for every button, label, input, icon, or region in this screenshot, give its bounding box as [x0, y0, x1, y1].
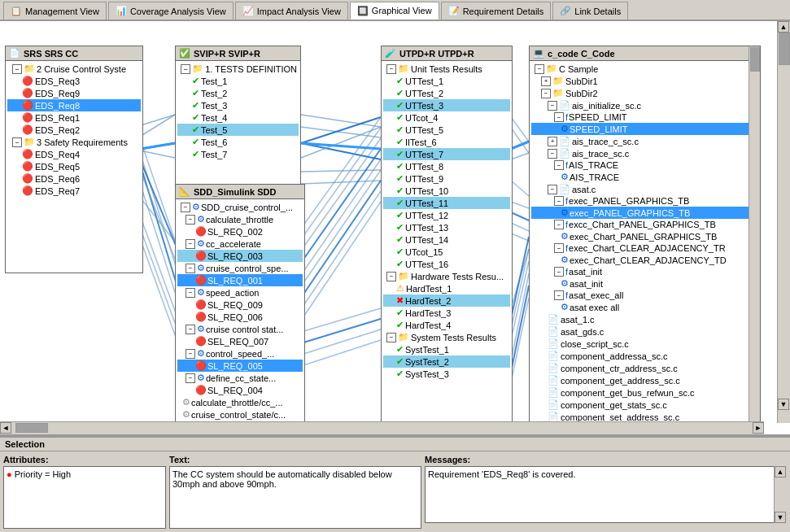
tree-item[interactable]: − 📁 Hardware Tests Resu... [383, 270, 510, 282]
tree-item[interactable]: ⚙ exec_Chart_CLEAR_ADJACENCY_TD [531, 254, 758, 266]
expander-icon[interactable]: − [181, 203, 190, 212]
tree-item[interactable]: 📄 asat_1.c [531, 313, 758, 325]
diagram-vscrollbar[interactable]: ▲ ▼ [777, 21, 790, 423]
tree-item[interactable]: ✔ HardTest_3 [383, 307, 510, 319]
scroll-right-btn[interactable]: ► [753, 422, 764, 434]
tree-item[interactable]: ⚙ asat_init [531, 277, 758, 290]
tab-coverage[interactable]: 📊 Coverage Analysis View [108, 2, 234, 20]
tree-item[interactable]: ⚙ asat exec all [531, 301, 758, 313]
expander-icon[interactable]: − [548, 101, 557, 111]
tree-item[interactable]: − f AIS_TRACE [531, 159, 758, 171]
tree-item[interactable]: − 📄 ais_initialize_sc.c [531, 99, 758, 111]
expander-icon[interactable]: − [185, 239, 195, 249]
tree-item[interactable]: 📄 component_addressa_sc.c [531, 350, 758, 362]
expander-icon[interactable]: − [386, 272, 396, 281]
tree-item[interactable]: ✔ Test_4 [177, 111, 299, 124]
tree-item-selected[interactable]: 🔴 SL_REQ_001 [177, 274, 303, 286]
hscroll-thumb[interactable] [15, 423, 48, 433]
tree-item[interactable]: ⚙ exec_Chart_PANEL_GRAPHICS_TB [531, 230, 758, 242]
tree-item[interactable]: ✔ UTcot_4 [383, 111, 510, 124]
expander-icon[interactable]: − [554, 243, 564, 253]
tree-item[interactable]: ✔ UTTest_13 [383, 221, 510, 233]
tree-item[interactable]: ⚙ calculate_throttle/cc_... [177, 396, 303, 408]
tree-item[interactable]: 🔴 EDS_Req9 [7, 87, 141, 99]
expander-icon[interactable]: − [12, 64, 22, 74]
diagram-hscrollbar[interactable]: ◄ ► [0, 421, 764, 434]
ccode-scroll-thumb[interactable] [750, 47, 760, 72]
expander-icon[interactable]: − [386, 64, 396, 74]
tree-item[interactable]: ✔ Test_7 [177, 148, 299, 160]
tree-item[interactable]: ✔ Test_1 [177, 75, 299, 87]
expander-icon[interactable]: − [554, 290, 564, 300]
tree-item[interactable]: − 📁 SubDir2 [531, 87, 758, 99]
msg-scroll-up[interactable]: ▲ [775, 466, 786, 477]
tree-item[interactable]: ✔ Test_3 [177, 99, 299, 111]
expander-icon[interactable]: − [12, 137, 22, 147]
tab-impact[interactable]: 📈 Impact Analysis View [235, 2, 348, 20]
expander-icon[interactable]: + [548, 137, 557, 146]
tree-item-selected[interactable]: 🔴 SL_REQ_005 [177, 360, 303, 372]
tree-item[interactable]: − f SPEED_LIMIT [531, 111, 758, 123]
expander-icon[interactable]: − [554, 112, 564, 122]
tree-item[interactable]: 📄 component_get_bus_refwun_sc.c [531, 386, 758, 399]
tree-item[interactable]: − ⚙ control_speed_... [177, 347, 303, 360]
tree-item[interactable]: − ⚙ calculate_throttle [177, 213, 303, 225]
tree-item[interactable]: 🔴 SL_REQ_002 [177, 225, 303, 238]
tree-item[interactable]: − f asat_init [531, 266, 758, 277]
tree-item[interactable]: ✔ UTTest_2 [383, 87, 510, 99]
tree-item[interactable]: − 📄 ais_trace_sc.c [531, 147, 758, 159]
expander-icon[interactable]: − [548, 149, 557, 159]
tree-item-selected[interactable]: ⚙ SPEED_LIMIT [531, 123, 758, 135]
tree-item[interactable]: 📄 component_get_address_sc.c [531, 374, 758, 386]
scroll-down-btn[interactable]: ▼ [778, 399, 789, 410]
tree-item[interactable]: 🔴 EDS_Req3 [7, 75, 141, 87]
expander-icon[interactable]: − [185, 288, 195, 298]
expander-icon[interactable]: − [554, 220, 564, 229]
tree-item[interactable]: 🔴 SEL_REQ_007 [177, 335, 303, 347]
tree-item[interactable]: ✔ IITest_6 [383, 136, 510, 148]
expander-icon[interactable]: − [554, 160, 564, 170]
tree-item[interactable]: ✔ Test_2 [177, 87, 299, 99]
tree-item[interactable]: − 📁 System Tests Results [383, 331, 510, 343]
tree-item[interactable]: ⚙ AIS_TRACE [531, 171, 758, 183]
messages-scrollbar[interactable]: ▲ ▼ [774, 466, 787, 523]
tab-graphical[interactable]: 🔲 Graphical View [350, 2, 439, 20]
expander-icon[interactable]: − [185, 349, 195, 359]
tree-item[interactable]: 🔴 EDS_Req6 [7, 172, 141, 185]
tree-item[interactable]: 📄 asat_gds.c [531, 325, 758, 338]
tree-item[interactable]: ✔ UTTest_14 [383, 233, 510, 246]
tree-item[interactable]: ✔ HardTest_4 [383, 319, 510, 331]
tree-item[interactable]: 📄 component_get_stats_sc.c [531, 399, 758, 411]
tree-item-highlighted[interactable]: ✔ SystTest_2 [383, 355, 510, 368]
expander-icon[interactable]: − [181, 64, 190, 74]
tree-item-highlighted[interactable]: 🔴 SL_REQ_003 [177, 250, 303, 262]
tree-item-highlighted[interactable]: ✔ UTTest_11 [383, 197, 510, 209]
tree-item[interactable]: ⚙ cruise_control_state/c... [177, 408, 303, 421]
tree-item[interactable]: 🔴 EDS_Req7 [7, 185, 141, 197]
tree-item-highlighted[interactable]: ✔ UTTest_3 [383, 99, 510, 111]
tree-item[interactable]: − ⚙ cruise_control_spe... [177, 262, 303, 274]
tree-item[interactable]: + 📁 SubDir1 [531, 75, 758, 87]
tree-item[interactable]: ✔ UTTest_16 [383, 258, 510, 270]
tree-item[interactable]: − 📄 asat.c [531, 183, 758, 195]
tree-item[interactable]: − 📁 2 Cruise Control Syste [7, 63, 141, 75]
tree-item[interactable]: − ⚙ speed_action [177, 286, 303, 299]
tree-item[interactable]: − f exec_PANEL_GRAPHICS_TB [531, 195, 758, 207]
scroll-up-btn[interactable]: ▲ [778, 21, 789, 33]
tree-item[interactable]: ✔ UTTest_1 [383, 75, 510, 87]
tree-item[interactable]: + 📄 ais_trace_c_sc.c [531, 135, 758, 147]
tree-item[interactable]: 🔴 EDS_Req1 [7, 111, 141, 124]
expander-icon[interactable]: − [185, 215, 195, 225]
tree-item[interactable]: − ⚙ define_cc_state... [177, 372, 303, 384]
tree-item[interactable]: − ⚙ cruise control stat... [177, 323, 303, 335]
tree-item[interactable]: 📄 component_ctr_address_sc.c [531, 362, 758, 374]
tree-item[interactable]: ⚠ HardTest_1 [383, 282, 510, 294]
expander-icon[interactable]: − [185, 264, 195, 273]
tree-item[interactable]: 🔴 SL_REQ_004 [177, 384, 303, 396]
tree-item[interactable]: ✔ Test_6 [177, 136, 299, 148]
tree-item-selected[interactable]: ⚙ exec_PANEL_GRAPHICS_TB [531, 207, 758, 219]
tree-item[interactable]: ✔ UTTest_12 [383, 209, 510, 221]
tree-item[interactable]: 🔴 EDS_Req4 [7, 148, 141, 160]
tree-item[interactable]: ✔ SystTest_3 [383, 368, 510, 380]
tree-item[interactable]: 🔴 EDS_Req5 [7, 160, 141, 172]
